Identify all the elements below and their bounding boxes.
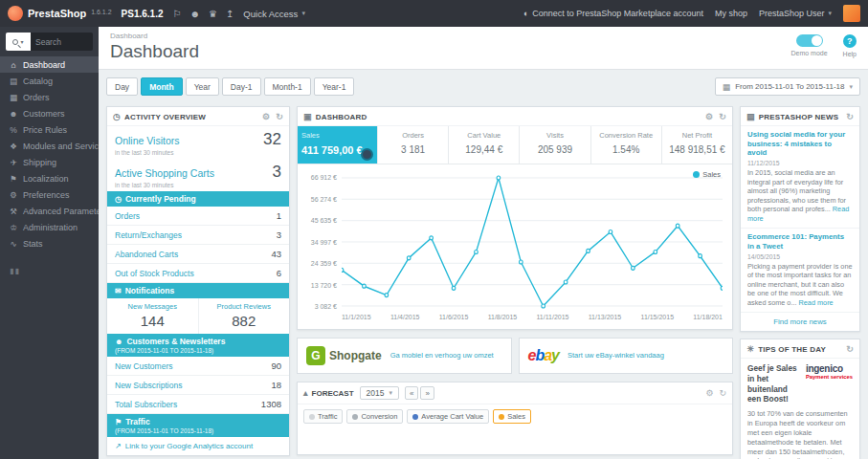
product-reviews-link[interactable]: Product Reviews — [199, 302, 290, 311]
sidebar-item-price-rules[interactable]: % Price Rules — [0, 121, 99, 138]
kpi-value: 205 939 — [523, 144, 586, 155]
forecast-legend-sales[interactable]: Sales — [493, 409, 531, 424]
filter-year-button[interactable]: Year — [186, 77, 219, 96]
person-icon[interactable]: ☻ — [189, 9, 200, 19]
my-shop-link[interactable]: My shop — [715, 9, 747, 18]
news-item-title[interactable]: Using social media for your business: 4 … — [747, 130, 853, 158]
marketplace-label: Connect to PrestaShop Marketplace accoun… — [532, 9, 703, 18]
filter-day-button[interactable]: Day — [106, 77, 138, 96]
admin-icon: ♔ — [9, 223, 18, 232]
kpi-conversion-rate[interactable]: Conversion Rate 1.54% — [591, 126, 662, 164]
sales-dot-icon — [499, 414, 504, 420]
search-scope-button[interactable]: ▾ — [6, 33, 31, 51]
filter-month-1-button[interactable]: Month-1 — [264, 77, 311, 96]
upload-icon[interactable]: ↥ — [226, 9, 234, 19]
filter-day-1-button[interactable]: Day-1 — [222, 77, 261, 96]
refresh-icon[interactable]: ↻ — [719, 112, 726, 121]
kpi-sales[interactable]: Sales 411 759,00 € — [298, 126, 378, 164]
sidebar-item-localization[interactable]: ⚑ Localization — [0, 170, 99, 186]
refresh-icon[interactable]: ↻ — [846, 344, 854, 354]
google-analytics-link[interactable]: ↗ Link to your Google Analytics account — [107, 437, 289, 455]
sidebar-item-customers[interactable]: ☻ Customers — [0, 105, 99, 121]
product-reviews-value: 882 — [199, 313, 290, 329]
quick-access-menu[interactable]: Quick Access ▾ — [243, 9, 305, 19]
refresh-icon[interactable]: ↻ — [276, 112, 283, 121]
kpi-net-profit[interactable]: Net Profit 148 918,51 € — [662, 126, 732, 164]
forecast-legend-conversion[interactable]: Conversion — [346, 409, 403, 424]
ebay-ad-link[interactable]: Start uw eBay-winkel vandaag — [568, 351, 664, 360]
active-carts-link[interactable]: Active Shopping Carts — [115, 167, 214, 179]
find-more-news-link[interactable]: Find more news — [741, 313, 859, 331]
sidebar-item-modules[interactable]: ❖ Modules and Services — [0, 138, 99, 154]
avatar[interactable] — [843, 5, 860, 22]
out-of-stock-link[interactable]: Out of Stock Products — [115, 269, 194, 278]
forecast-year-select[interactable]: 2015 ▾ — [360, 386, 399, 400]
active-carts-value: 3 — [273, 163, 281, 182]
ebay-ad: ebay Start uw eBay-winkel vandaag — [519, 338, 734, 374]
filter-year-1-button[interactable]: Year-1 — [314, 77, 355, 96]
abandoned-carts-link[interactable]: Abandoned Carts — [115, 250, 178, 259]
new-subscriptions-link[interactable]: New Subscriptions — [115, 381, 182, 390]
sidebar-item-preferences[interactable]: ⚙ Preferences — [0, 186, 99, 203]
sidebar-item-shipping[interactable]: ✈ Shipping — [0, 154, 99, 170]
kpi-dial-icon — [361, 148, 373, 161]
tools-icon: ⚒ — [9, 207, 18, 216]
pending-orders-link[interactable]: Orders — [115, 211, 140, 221]
sidebar-item-orders[interactable]: ▦ Orders — [0, 89, 99, 105]
forecast-legend-traffic[interactable]: Traffic — [303, 409, 343, 424]
read-more-link[interactable]: Read more — [799, 298, 834, 307]
kpi-value: 3 181 — [382, 144, 444, 155]
sidebar-item-label: Dashboard — [23, 60, 65, 70]
forecast-prev-button[interactable]: « — [405, 386, 418, 400]
trophy-icon[interactable]: ♛ — [209, 9, 217, 19]
brand-name: PrestaShop — [28, 8, 86, 19]
sidebar-item-advanced-parameters[interactable]: ⚒ Advanced Parameters — [0, 203, 99, 219]
breadcrumb[interactable]: Dashboard — [110, 32, 199, 40]
refresh-icon[interactable]: ↻ — [846, 112, 854, 121]
modules-icon: ❖ — [9, 142, 18, 151]
sidebar-item-dashboard[interactable]: ⌂ Dashboard — [0, 56, 99, 73]
new-customers-link[interactable]: New Customers — [115, 361, 172, 371]
refresh-icon[interactable]: ↻ — [719, 388, 726, 398]
filter-month-button[interactable]: Month — [141, 77, 183, 96]
demo-mode-toggle[interactable] — [796, 34, 823, 47]
brand[interactable]: PrestaShop 1.6.1.2 — [8, 6, 112, 21]
news-item-title[interactable]: Ecommerce 101: Payments in a Tweet — [747, 232, 853, 251]
kpi-orders[interactable]: Orders 3 181 — [378, 126, 449, 164]
sidebar-item-catalog[interactable]: ▤ Catalog — [0, 73, 99, 89]
sidebar-collapse-button[interactable]: ▮▮ — [10, 267, 89, 275]
gear-icon[interactable]: ⚙ — [262, 112, 270, 121]
shopgate-logo[interactable]: G Shopgate — [306, 346, 382, 365]
kpi-value: 148 918,51 € — [666, 144, 728, 155]
tip-heading: Geef je Sales in het buitenland een Boos… — [747, 363, 801, 404]
traffic-dot-icon — [309, 414, 315, 420]
flag-icon[interactable]: ⚐ — [172, 9, 181, 19]
forecast-next-button[interactable]: » — [420, 386, 434, 400]
chart-y-axis: 66 912 €56 274 €45 635 €34 997 €24 359 €… — [303, 174, 342, 310]
page-title: Dashboard — [110, 41, 199, 62]
pending-returns-link[interactable]: Return/Exchanges — [115, 230, 182, 240]
search-input[interactable] — [31, 33, 93, 51]
kpi-visits[interactable]: Visits 205 939 — [520, 126, 590, 164]
online-visitors-value: 32 — [263, 130, 281, 149]
date-range-picker[interactable]: ▦ From 2015-11-01 To 2015-11-18 ▾ — [715, 77, 860, 96]
section-title: Traffic — [125, 417, 150, 426]
forecast-chart-area — [298, 429, 732, 454]
sidebar-item-administration[interactable]: ♔ Administration — [0, 219, 99, 235]
forecast-legend-average-cart-value[interactable]: Average Cart Value — [407, 409, 489, 424]
ebay-letter: a — [544, 347, 551, 363]
online-visitors-link[interactable]: Online Visitors — [115, 135, 180, 146]
ebay-logo[interactable]: ebay — [528, 347, 560, 364]
shopgate-ad-link[interactable]: Ga mobiel en verhoog uw omzet — [390, 351, 494, 360]
sidebar-item-stats[interactable]: ∿ Stats — [0, 235, 99, 251]
gear-icon[interactable]: ⚙ — [705, 112, 713, 121]
help-icon[interactable]: ? — [843, 34, 857, 48]
ingenico-logo[interactable]: ingenico Payment services — [806, 363, 853, 404]
chart-legend[interactable]: Sales — [693, 170, 721, 179]
total-subscribers-link[interactable]: Total Subscribers — [115, 400, 177, 409]
user-menu[interactable]: PrestaShop User ▾ — [759, 9, 832, 18]
kpi-cart-value[interactable]: Cart Value 129,44 € — [449, 126, 520, 164]
gear-icon[interactable]: ⚙ — [705, 388, 713, 398]
marketplace-link[interactable]: ◐ Connect to PrestaShop Marketplace acco… — [523, 9, 703, 18]
new-messages-link[interactable]: New Messages — [107, 302, 198, 311]
